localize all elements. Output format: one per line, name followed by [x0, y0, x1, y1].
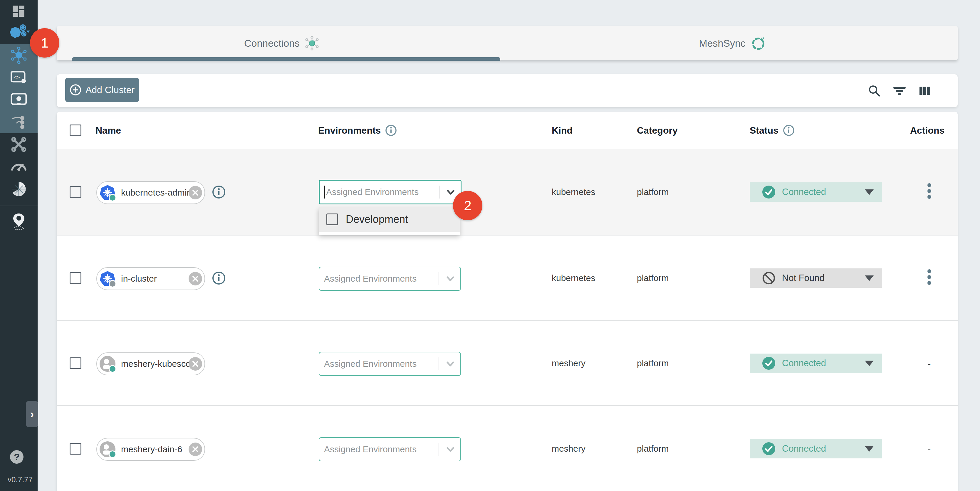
connection-chip[interactable]: meshery-kubescop... — [96, 353, 205, 375]
chevron-down-icon[interactable] — [444, 273, 456, 284]
kubernetes-icon — [99, 270, 116, 287]
dropdown-arrow-icon — [865, 189, 873, 195]
column-category[interactable]: Category — [637, 111, 678, 149]
close-icon[interactable] — [189, 186, 202, 199]
tab-meshsync-label: MeshSync — [699, 38, 746, 49]
connection-chip[interactable]: meshery-dain-6 — [96, 438, 205, 461]
tab-connections[interactable]: Connections — [57, 26, 507, 60]
svg-text:<>: <> — [14, 74, 20, 80]
tab-connections-label: Connections — [244, 38, 300, 49]
connection-name: meshery-kubescop... — [121, 359, 189, 369]
table-row: meshery-kubescop... Assigned Environment… — [57, 320, 958, 406]
not-found-icon — [762, 271, 776, 285]
sidebar-item-get-started[interactable] — [0, 210, 38, 233]
info-icon[interactable] — [385, 124, 397, 137]
status-select[interactable]: Connected — [750, 439, 882, 458]
screen-user-icon — [11, 93, 27, 107]
chevron-right-icon: › — [30, 408, 34, 421]
connected-icon — [762, 442, 776, 456]
table-toolbar: Add Cluster — [57, 74, 958, 107]
select-all-checkbox[interactable] — [70, 124, 81, 136]
row-checkbox[interactable] — [70, 358, 81, 369]
kebab-menu-icon[interactable] — [920, 269, 938, 285]
user-avatar-icon — [99, 441, 116, 458]
status-label: Connected — [782, 358, 865, 369]
status-label: Connected — [782, 187, 865, 197]
step-badge-1: 1 — [30, 28, 59, 57]
chevron-down-icon[interactable] — [444, 443, 456, 455]
sidebar-item-designs[interactable] — [0, 89, 38, 111]
sidebar-item-performance[interactable] — [0, 154, 38, 177]
connection-name: in-cluster — [121, 274, 189, 284]
row-checkbox[interactable] — [70, 186, 81, 198]
status-label: Not Found — [782, 273, 865, 283]
select-divider — [439, 272, 439, 285]
sidebar-item-extensions[interactable] — [0, 178, 38, 200]
column-actions: Actions — [910, 111, 945, 149]
close-icon[interactable] — [189, 272, 202, 286]
select-divider — [439, 358, 439, 370]
sidebar-item-service-mesh[interactable] — [0, 111, 38, 133]
sidebar-item-dashboard[interactable] — [0, 0, 38, 22]
plus-circle-icon — [70, 84, 81, 96]
environments-select[interactable]: Assigned Environments — [319, 352, 461, 376]
environments-select[interactable]: Assigned Environments — [319, 267, 461, 291]
close-icon[interactable] — [189, 443, 202, 456]
connection-chip[interactable]: in-cluster — [96, 267, 205, 290]
info-icon[interactable] — [212, 185, 226, 199]
search-icon[interactable] — [868, 84, 881, 97]
environments-placeholder: Assigned Environments — [324, 444, 439, 454]
info-icon[interactable] — [212, 271, 226, 285]
filter-icon[interactable] — [893, 84, 906, 97]
environments-placeholder: Assigned Environments — [324, 274, 439, 284]
column-name[interactable]: Name — [95, 111, 121, 149]
kebab-menu-icon[interactable] — [920, 183, 938, 199]
add-cluster-button[interactable]: Add Cluster — [65, 78, 139, 102]
location-pin-icon — [12, 213, 25, 230]
row-checkbox[interactable] — [70, 272, 81, 284]
column-environments[interactable]: Environments — [318, 111, 397, 149]
text-cursor — [324, 186, 325, 199]
kind-cell: kubernetes — [552, 235, 595, 321]
select-divider — [439, 186, 439, 199]
sidebar-expand-button[interactable]: › — [26, 401, 38, 427]
tabs-bar: Connections MeshSync — [57, 26, 958, 60]
info-icon[interactable] — [783, 124, 795, 137]
chevron-down-icon[interactable] — [444, 358, 456, 370]
help-button[interactable]: ? — [10, 450, 24, 464]
kind-cell: meshery — [552, 321, 585, 406]
user-avatar-icon — [99, 356, 116, 372]
row-checkbox[interactable] — [70, 443, 81, 454]
tab-meshsync[interactable]: MeshSync — [508, 26, 958, 60]
category-cell: platform — [637, 235, 668, 321]
connection-name: kubernetes-admin... — [121, 188, 189, 198]
column-status[interactable]: Status — [750, 111, 795, 149]
status-label: Connected — [782, 443, 865, 454]
columns-icon[interactable] — [918, 84, 931, 97]
sidebar-item-adapters[interactable]: <> — [0, 67, 38, 89]
column-kind[interactable]: Kind — [552, 111, 573, 149]
sidebar-divider — [0, 205, 38, 206]
active-tab-indicator — [72, 57, 500, 61]
step-badge-2: 2 — [453, 191, 482, 220]
connected-icon — [762, 185, 776, 199]
connection-chip[interactable]: kubernetes-admin... — [96, 181, 205, 204]
help-icon: ? — [14, 452, 20, 462]
status-select[interactable]: Connected — [750, 182, 882, 202]
connections-tab-mesh-icon — [304, 35, 320, 51]
option-checkbox[interactable] — [326, 213, 338, 225]
status-select[interactable]: Connected — [750, 354, 882, 373]
sidebar-item-configuration[interactable] — [0, 133, 38, 156]
actions-empty: - — [920, 358, 938, 369]
crossed-wrenches-icon — [11, 137, 27, 153]
environments-select[interactable]: Assigned Environments — [319, 180, 461, 204]
chevron-down-icon[interactable] — [445, 186, 457, 198]
code-window-icon: <> — [11, 70, 27, 84]
status-select[interactable]: Not Found — [750, 269, 882, 288]
environment-option-development[interactable]: Development — [319, 207, 460, 232]
kind-cell: meshery — [552, 406, 585, 491]
connection-status-dot — [109, 450, 116, 458]
connection-status-dot — [109, 280, 116, 288]
close-icon[interactable] — [189, 357, 202, 370]
environments-select[interactable]: Assigned Environments — [319, 437, 461, 461]
